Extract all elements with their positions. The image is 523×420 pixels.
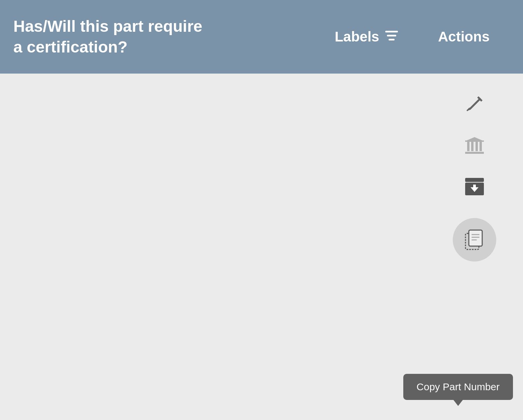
- svg-rect-11: [465, 178, 484, 182]
- svg-rect-19: [472, 239, 477, 240]
- svg-rect-7: [476, 142, 478, 151]
- download-archive-icon[interactable]: [464, 177, 485, 198]
- main-content: Copy Part Number: [0, 74, 523, 420]
- svg-rect-14: [473, 185, 476, 190]
- labels-section: Labels: [335, 29, 398, 45]
- actions-label: Actions: [438, 29, 490, 45]
- labels-label: Labels: [335, 29, 379, 45]
- edit-icon[interactable]: [464, 94, 485, 115]
- svg-rect-17: [472, 234, 480, 235]
- svg-rect-10: [465, 140, 484, 142]
- svg-rect-18: [472, 237, 480, 238]
- svg-rect-16: [469, 230, 482, 246]
- filter-icon[interactable]: [385, 30, 398, 44]
- copy-part-button[interactable]: [453, 218, 496, 261]
- tooltip-container: Copy Part Number: [403, 374, 513, 400]
- svg-rect-8: [480, 142, 482, 151]
- actions-column: [453, 94, 496, 261]
- bank-icon[interactable]: [464, 135, 485, 156]
- svg-rect-1: [387, 35, 396, 36]
- svg-rect-5: [467, 142, 469, 151]
- svg-rect-9: [465, 152, 484, 154]
- page-title: Has/Will this part require a certificati…: [13, 16, 214, 58]
- header-right-section: Labels Actions: [335, 29, 490, 45]
- copy-part-number-tooltip: Copy Part Number: [403, 374, 513, 400]
- svg-rect-6: [471, 142, 474, 151]
- svg-rect-2: [389, 39, 395, 40]
- svg-rect-0: [385, 31, 398, 32]
- page-header: Has/Will this part require a certificati…: [0, 0, 523, 74]
